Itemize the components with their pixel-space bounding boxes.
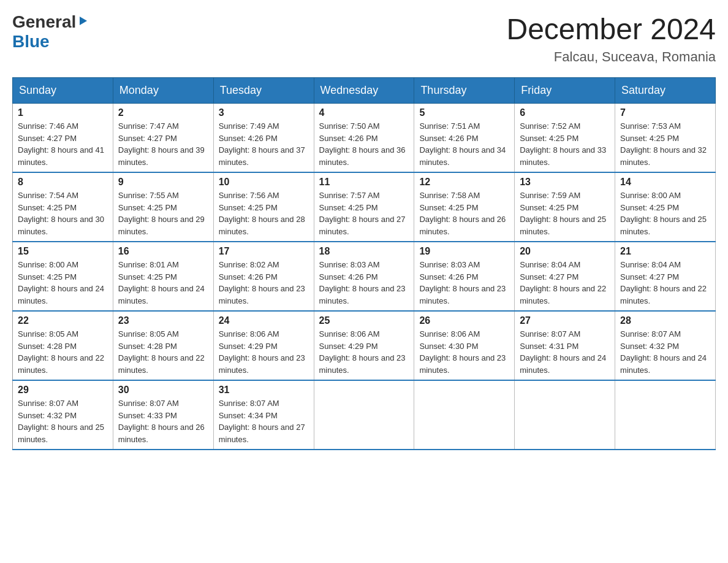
day-info: Sunrise: 8:04 AMSunset: 4:27 PMDaylight:… bbox=[520, 260, 606, 305]
day-info: Sunrise: 8:07 AMSunset: 4:32 PMDaylight:… bbox=[18, 399, 104, 444]
day-cell-9: 9 Sunrise: 7:55 AMSunset: 4:25 PMDayligh… bbox=[113, 172, 213, 242]
calendar-title: December 2024 bbox=[506, 12, 716, 46]
day-info: Sunrise: 8:05 AMSunset: 4:28 PMDaylight:… bbox=[18, 329, 104, 375]
day-cell-15: 15 Sunrise: 8:00 AMSunset: 4:25 PMDaylig… bbox=[13, 242, 113, 311]
day-number: 18 bbox=[319, 246, 409, 257]
day-info: Sunrise: 7:59 AMSunset: 4:25 PMDaylight:… bbox=[520, 191, 606, 236]
day-info: Sunrise: 8:05 AMSunset: 4:28 PMDaylight:… bbox=[118, 329, 205, 375]
day-number: 24 bbox=[219, 315, 309, 326]
day-number: 25 bbox=[319, 315, 409, 326]
title-section: December 2024 Falcau, Suceava, Romania bbox=[506, 12, 716, 65]
day-number: 30 bbox=[118, 385, 208, 396]
day-cell-19: 19 Sunrise: 8:03 AMSunset: 4:26 PMDaylig… bbox=[414, 242, 515, 311]
day-info: Sunrise: 7:57 AMSunset: 4:25 PMDaylight:… bbox=[319, 191, 406, 236]
day-number: 13 bbox=[520, 177, 610, 188]
day-info: Sunrise: 7:51 AMSunset: 4:26 PMDaylight:… bbox=[419, 121, 506, 167]
day-info: Sunrise: 8:06 AMSunset: 4:29 PMDaylight:… bbox=[219, 329, 305, 375]
day-number: 10 bbox=[219, 177, 309, 188]
day-cell-25: 25 Sunrise: 8:06 AMSunset: 4:29 PMDaylig… bbox=[314, 311, 414, 380]
day-info: Sunrise: 7:55 AMSunset: 4:25 PMDaylight:… bbox=[118, 191, 205, 236]
empty-cell bbox=[515, 380, 615, 450]
day-info: Sunrise: 8:03 AMSunset: 4:26 PMDaylight:… bbox=[319, 260, 406, 305]
day-cell-12: 12 Sunrise: 7:58 AMSunset: 4:25 PMDaylig… bbox=[414, 172, 515, 242]
day-cell-20: 20 Sunrise: 8:04 AMSunset: 4:27 PMDaylig… bbox=[515, 242, 615, 311]
day-cell-31: 31 Sunrise: 8:07 AMSunset: 4:34 PMDaylig… bbox=[213, 380, 314, 450]
day-number: 7 bbox=[620, 107, 710, 118]
week-row-4: 22 Sunrise: 8:05 AMSunset: 4:28 PMDaylig… bbox=[13, 311, 716, 380]
day-cell-26: 26 Sunrise: 8:06 AMSunset: 4:30 PMDaylig… bbox=[414, 311, 515, 380]
day-info: Sunrise: 7:47 AMSunset: 4:27 PMDaylight:… bbox=[118, 121, 205, 167]
day-number: 15 bbox=[18, 246, 108, 257]
day-cell-6: 6 Sunrise: 7:52 AMSunset: 4:25 PMDayligh… bbox=[515, 104, 615, 173]
day-number: 21 bbox=[620, 246, 710, 257]
day-cell-17: 17 Sunrise: 8:02 AMSunset: 4:26 PMDaylig… bbox=[213, 242, 314, 311]
day-info: Sunrise: 8:07 AMSunset: 4:32 PMDaylight:… bbox=[620, 329, 707, 375]
day-info: Sunrise: 7:53 AMSunset: 4:25 PMDaylight:… bbox=[620, 121, 707, 167]
day-cell-13: 13 Sunrise: 7:59 AMSunset: 4:25 PMDaylig… bbox=[515, 172, 615, 242]
day-number: 3 bbox=[219, 107, 309, 118]
day-number: 23 bbox=[118, 315, 208, 326]
day-number: 29 bbox=[18, 385, 108, 396]
day-cell-10: 10 Sunrise: 7:56 AMSunset: 4:25 PMDaylig… bbox=[213, 172, 314, 242]
day-info: Sunrise: 7:54 AMSunset: 4:25 PMDaylight:… bbox=[18, 191, 104, 236]
day-number: 5 bbox=[419, 107, 509, 118]
week-row-5: 29 Sunrise: 8:07 AMSunset: 4:32 PMDaylig… bbox=[13, 380, 716, 450]
calendar-table: Sunday Monday Tuesday Wednesday Thursday… bbox=[12, 77, 716, 450]
day-number: 11 bbox=[319, 177, 409, 188]
day-cell-18: 18 Sunrise: 8:03 AMSunset: 4:26 PMDaylig… bbox=[314, 242, 414, 311]
logo-blue-text: Blue bbox=[12, 32, 50, 51]
week-row-2: 8 Sunrise: 7:54 AMSunset: 4:25 PMDayligh… bbox=[13, 172, 716, 242]
header-friday: Friday bbox=[515, 78, 615, 104]
day-cell-23: 23 Sunrise: 8:05 AMSunset: 4:28 PMDaylig… bbox=[113, 311, 213, 380]
day-cell-11: 11 Sunrise: 7:57 AMSunset: 4:25 PMDaylig… bbox=[314, 172, 414, 242]
day-info: Sunrise: 8:04 AMSunset: 4:27 PMDaylight:… bbox=[620, 260, 707, 305]
day-number: 1 bbox=[18, 107, 108, 118]
header-wednesday: Wednesday bbox=[314, 78, 414, 104]
days-header-row: Sunday Monday Tuesday Wednesday Thursday… bbox=[13, 78, 716, 104]
day-info: Sunrise: 7:50 AMSunset: 4:26 PMDaylight:… bbox=[319, 121, 406, 167]
svg-marker-0 bbox=[80, 17, 87, 25]
day-number: 2 bbox=[118, 107, 208, 118]
day-number: 26 bbox=[419, 315, 509, 326]
day-cell-22: 22 Sunrise: 8:05 AMSunset: 4:28 PMDaylig… bbox=[13, 311, 113, 380]
day-info: Sunrise: 8:02 AMSunset: 4:26 PMDaylight:… bbox=[219, 260, 305, 305]
day-cell-30: 30 Sunrise: 8:07 AMSunset: 4:33 PMDaylig… bbox=[113, 380, 213, 450]
day-info: Sunrise: 8:07 AMSunset: 4:34 PMDaylight:… bbox=[219, 399, 305, 444]
header-thursday: Thursday bbox=[414, 78, 515, 104]
day-cell-28: 28 Sunrise: 8:07 AMSunset: 4:32 PMDaylig… bbox=[615, 311, 716, 380]
empty-cell bbox=[615, 380, 716, 450]
day-number: 20 bbox=[520, 246, 610, 257]
day-number: 12 bbox=[419, 177, 509, 188]
day-number: 19 bbox=[419, 246, 509, 257]
header-tuesday: Tuesday bbox=[213, 78, 314, 104]
day-number: 14 bbox=[620, 177, 710, 188]
day-number: 9 bbox=[118, 177, 208, 188]
logo: General Blue bbox=[12, 12, 89, 52]
day-number: 22 bbox=[18, 315, 108, 326]
day-cell-3: 3 Sunrise: 7:49 AMSunset: 4:26 PMDayligh… bbox=[213, 104, 314, 173]
header-saturday: Saturday bbox=[615, 78, 716, 104]
day-info: Sunrise: 8:06 AMSunset: 4:30 PMDaylight:… bbox=[419, 329, 506, 375]
day-cell-1: 1 Sunrise: 7:46 AMSunset: 4:27 PMDayligh… bbox=[13, 104, 113, 173]
calendar-subtitle: Falcau, Suceava, Romania bbox=[506, 49, 716, 65]
day-cell-7: 7 Sunrise: 7:53 AMSunset: 4:25 PMDayligh… bbox=[615, 104, 716, 173]
day-cell-4: 4 Sunrise: 7:50 AMSunset: 4:26 PMDayligh… bbox=[314, 104, 414, 173]
day-number: 16 bbox=[118, 246, 208, 257]
day-info: Sunrise: 7:56 AMSunset: 4:25 PMDaylight:… bbox=[219, 191, 305, 236]
header-sunday: Sunday bbox=[13, 78, 113, 104]
day-info: Sunrise: 7:58 AMSunset: 4:25 PMDaylight:… bbox=[419, 191, 506, 236]
header-monday: Monday bbox=[113, 78, 213, 104]
day-info: Sunrise: 8:00 AMSunset: 4:25 PMDaylight:… bbox=[620, 191, 707, 236]
day-number: 17 bbox=[219, 246, 309, 257]
day-cell-8: 8 Sunrise: 7:54 AMSunset: 4:25 PMDayligh… bbox=[13, 172, 113, 242]
empty-cell bbox=[314, 380, 414, 450]
logo-general-text: General bbox=[12, 12, 76, 32]
day-number: 6 bbox=[520, 107, 610, 118]
page-header: General Blue December 2024 Falcau, Sucea… bbox=[12, 12, 716, 65]
day-info: Sunrise: 8:03 AMSunset: 4:26 PMDaylight:… bbox=[419, 260, 506, 305]
week-row-3: 15 Sunrise: 8:00 AMSunset: 4:25 PMDaylig… bbox=[13, 242, 716, 311]
day-info: Sunrise: 7:52 AMSunset: 4:25 PMDaylight:… bbox=[520, 121, 606, 167]
day-info: Sunrise: 7:49 AMSunset: 4:26 PMDaylight:… bbox=[219, 121, 305, 167]
day-info: Sunrise: 8:00 AMSunset: 4:25 PMDaylight:… bbox=[18, 260, 104, 305]
day-cell-24: 24 Sunrise: 8:06 AMSunset: 4:29 PMDaylig… bbox=[213, 311, 314, 380]
